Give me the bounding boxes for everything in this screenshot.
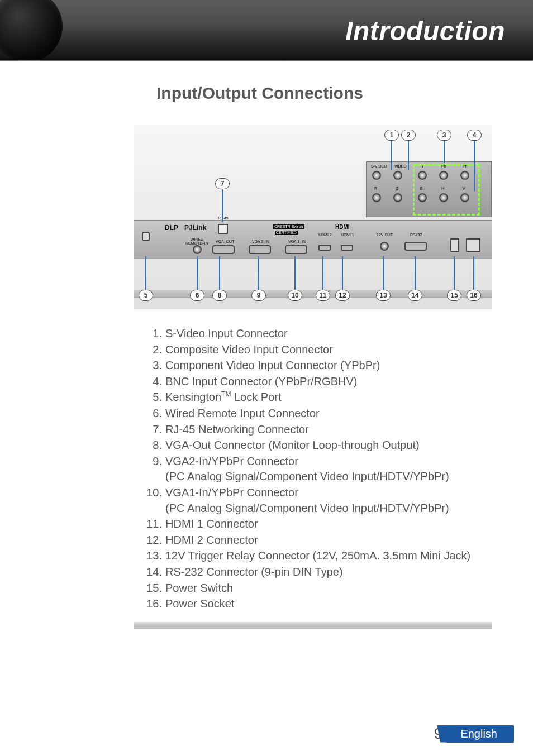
list-item-text: Component Video Input Connector (YPbPr) — [165, 359, 380, 371]
logo-extron: Extron — [290, 224, 304, 229]
port-video — [393, 171, 402, 180]
list-item: 12V Trigger Relay Connector (12V, 250mA.… — [140, 548, 497, 564]
list-item: Power Socket — [140, 596, 497, 612]
list-item-text: VGA2-In/YPbPr Connector (PC Analog Signa… — [165, 455, 449, 483]
port-rs232 — [404, 242, 427, 251]
logo-dlp: DLP — [165, 224, 178, 232]
section-separator — [134, 622, 492, 629]
power-socket — [466, 238, 480, 252]
label-g: G — [396, 186, 398, 190]
port-rj45 — [218, 224, 228, 234]
label-12v: 12V OUT — [377, 233, 393, 237]
connector-diagram: S-VIDEO VIDEO Y Pb Pr R G B H V DLP PJLi… — [134, 125, 492, 309]
list-item: Wired Remote Input Connector — [140, 406, 497, 422]
port-bnc-h — [439, 193, 448, 202]
leader-11 — [322, 256, 323, 290]
leader-8 — [219, 256, 220, 290]
connector-legend-list: S-Video Input Connector Composite Video … — [140, 326, 497, 612]
label-rj45: RJ-45 — [218, 216, 229, 220]
callout-7: 7 — [215, 178, 230, 189]
list-item-text: RS-232 Connector (9-pin DIN Type) — [165, 566, 343, 578]
main-panel: DLP PJLink RJ-45 WIRED REMOTE–IN VGA–OUT… — [134, 220, 492, 259]
callout-16: 16 — [467, 290, 481, 301]
label-vga2-in: VGA 2–IN — [252, 240, 269, 243]
list-item: RJ-45 Networking Connector — [140, 422, 497, 438]
list-item: HDMI 2 Connector — [140, 533, 497, 548]
callout-2: 2 — [401, 130, 416, 141]
label-video: VIDEO — [394, 164, 407, 168]
leader-6 — [197, 256, 198, 290]
port-pr — [460, 171, 469, 180]
section-heading: Input/Output Connections — [156, 84, 533, 103]
label-pr: Pr — [463, 164, 467, 168]
page-header: Introduction — [0, 0, 533, 61]
callout-13: 13 — [376, 290, 391, 301]
callout-6: 6 — [190, 290, 204, 301]
callout-5: 5 — [139, 290, 153, 301]
callout-15: 15 — [447, 290, 461, 301]
label-vga1-in: VGA 1–IN — [288, 240, 306, 243]
label-y: Y — [421, 164, 424, 168]
callout-12: 12 — [335, 290, 350, 301]
list-item-text: VGA-Out Connector (Monitor Loop-through … — [165, 439, 420, 451]
port-bnc-g — [393, 193, 402, 202]
list-item-text: HDMI 1 Connector — [165, 518, 258, 530]
port-bnc-b — [418, 193, 427, 202]
label-vga-out: VGA–OUT — [216, 240, 234, 243]
list-item-text: S-Video Input Connector — [165, 327, 288, 339]
port-y — [418, 171, 427, 180]
label-rs232: RS232 — [410, 233, 422, 237]
list-item-text: HDMI 2 Connector — [165, 534, 258, 546]
label-r: R — [374, 186, 377, 190]
rca-bnc-panel: S-VIDEO VIDEO Y Pb Pr R G B H V — [366, 161, 492, 217]
port-svideo — [372, 171, 381, 180]
leader-7 — [222, 189, 223, 222]
port-12v — [380, 242, 389, 251]
leader-2 — [408, 141, 409, 170]
port-kensington — [142, 232, 150, 241]
port-pb — [439, 171, 448, 180]
list-item: VGA2-In/YPbPr Connector (PC Analog Signa… — [140, 454, 497, 485]
callout-14: 14 — [408, 290, 422, 301]
leader-12 — [342, 256, 343, 290]
leader-14 — [415, 256, 416, 290]
port-vga1-in — [285, 245, 307, 254]
list-item: Component Video Input Connector (YPbPr) — [140, 358, 497, 374]
power-switch — [450, 238, 459, 252]
language-tab: English — [446, 725, 514, 743]
port-hdmi2 — [318, 245, 331, 251]
diagram-baseline — [134, 290, 492, 298]
language-label: English — [460, 728, 497, 740]
label-h: H — [441, 186, 444, 190]
callout-4: 4 — [467, 130, 482, 141]
label-svideo: S-VIDEO — [371, 164, 387, 168]
list-item-text: VGA1-In/YPbPr Connector (PC Analog Signa… — [165, 486, 449, 514]
leader-4 — [474, 141, 475, 191]
leader-13 — [383, 256, 384, 290]
list-item: HDMI 1 Connector — [140, 516, 497, 532]
callout-3: 3 — [437, 130, 451, 141]
logo-hdmi: HDMI — [335, 224, 350, 230]
logo-pjlink: PJLink — [184, 224, 206, 232]
chapter-title: Introduction — [345, 16, 505, 46]
leader-5 — [145, 256, 146, 290]
port-hdmi1 — [341, 245, 353, 251]
logo-certified: CERTIFIED — [275, 231, 298, 235]
label-wired-remote: WIRED REMOTE–IN — [185, 237, 208, 245]
list-item-text: Composite Video Input Connector — [165, 343, 333, 356]
leader-10 — [294, 256, 296, 290]
list-item-text: RJ-45 Networking Connector — [165, 423, 309, 436]
port-bnc-r — [372, 193, 381, 202]
list-item-text: Power Socket — [165, 597, 234, 610]
list-item: RS-232 Connector (9-pin DIN Type) — [140, 564, 497, 580]
leader-3 — [444, 141, 445, 163]
callout-1: 1 — [384, 130, 399, 141]
label-hdmi1: HDMI 1 — [341, 233, 354, 237]
list-item-text: BNC Input Connector (YPbPr/RGBHV) — [165, 375, 357, 387]
list-item: Composite Video Input Connector — [140, 342, 497, 358]
callout-10: 10 — [288, 290, 302, 301]
callout-8: 8 — [212, 290, 227, 301]
page-footer: 9 English — [434, 725, 514, 743]
list-item: VGA1-In/YPbPr Connector (PC Analog Signa… — [140, 485, 497, 516]
list-item-text: Wired Remote Input Connector — [165, 407, 320, 419]
